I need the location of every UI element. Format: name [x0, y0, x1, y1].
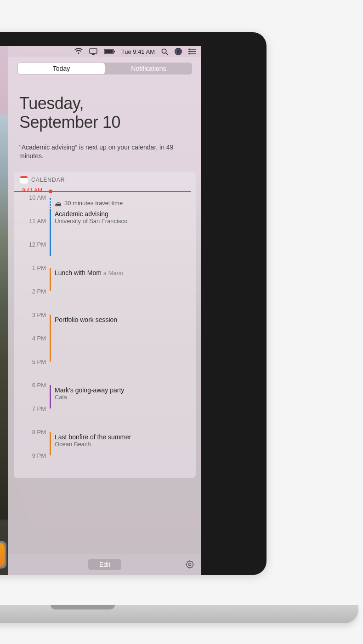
- hour-row: 5 PM: [50, 362, 196, 385]
- hour-label: 3 PM: [23, 311, 46, 318]
- hour-row: 7 PM: [50, 408, 196, 432]
- today-date: Tuesday, September 10: [8, 80, 201, 137]
- hour-label: 11 AM: [23, 218, 46, 224]
- dock-app-pages[interactable]: [0, 543, 5, 567]
- edit-button[interactable]: Edit: [88, 559, 121, 570]
- spotlight-icon[interactable]: [161, 48, 168, 55]
- calendar-icon: [20, 176, 28, 184]
- calendar-event[interactable]: Portfolio work session: [50, 315, 191, 362]
- date-line-2: September 10: [19, 113, 190, 132]
- hour-label: 6 PM: [23, 382, 46, 389]
- svg-point-12: [189, 49, 190, 50]
- calendar-timeline[interactable]: 9:41 AM 30 minutes travel time 10 AM11 A…: [14, 188, 196, 478]
- event-title: Portfolio work session: [55, 316, 187, 323]
- laptop-base: [0, 605, 358, 623]
- hour-label: 4 PM: [23, 335, 46, 342]
- airplay-icon[interactable]: [89, 48, 97, 55]
- calendar-event[interactable]: Lunch with Mom a Mano: [50, 268, 191, 291]
- event-title: Lunch with Mom a Mano: [55, 269, 187, 276]
- battery-icon[interactable]: [104, 49, 115, 54]
- calendar-event[interactable]: Academic advisingUniversity of San Franc…: [50, 209, 191, 256]
- hour-label: 5 PM: [23, 358, 46, 365]
- notification-center-icon[interactable]: [188, 48, 196, 55]
- svg-point-4: [162, 49, 166, 53]
- calendar-event[interactable]: Last bonfire of the summerOcean Beach: [50, 432, 191, 455]
- hour-label: 12 PM: [23, 241, 46, 248]
- menubar-clock[interactable]: Tue 9:41 AM: [121, 48, 155, 55]
- event-subtitle: Cala: [55, 394, 187, 401]
- wifi-icon[interactable]: [74, 48, 83, 55]
- hour-label: 10 AM: [23, 194, 46, 201]
- tab-today[interactable]: Today: [18, 63, 105, 74]
- calendar-widget-title: CALENDAR: [31, 177, 65, 183]
- hour-label: 8 PM: [23, 429, 46, 436]
- notification-center-panel: Today Notifications Tuesday, September 1…: [8, 57, 201, 575]
- event-title: Mark's going-away party: [55, 386, 187, 394]
- date-line-1: Tuesday,: [19, 94, 190, 113]
- calendar-event[interactable]: Mark's going-away partyCala: [50, 385, 191, 408]
- svg-line-5: [166, 52, 168, 54]
- hour-label: 2 PM: [23, 288, 46, 295]
- event-subtitle: University of San Francisco: [55, 218, 187, 224]
- gear-icon[interactable]: [186, 560, 194, 569]
- hour-label: 9 PM: [23, 452, 46, 459]
- siri-icon[interactable]: [175, 48, 182, 55]
- calendar-widget: CALENDAR 9:41 AM 30 minutes travel time …: [14, 172, 196, 478]
- svg-point-16: [188, 563, 191, 565]
- svg-rect-0: [90, 49, 97, 53]
- dock: [0, 541, 6, 569]
- hour-row: 2 PM: [50, 291, 196, 315]
- svg-rect-2: [105, 50, 113, 53]
- nc-footer: Edit: [8, 554, 201, 575]
- event-subtitle: Ocean Beach: [55, 441, 187, 448]
- menu-bar: Tue 9:41 AM: [8, 46, 201, 57]
- event-title: Last bonfire of the summer: [55, 433, 187, 441]
- today-summary: “Academic advising” is next up on your c…: [8, 137, 201, 172]
- calendar-widget-header: CALENDAR: [14, 172, 196, 188]
- svg-point-14: [189, 53, 190, 55]
- current-time-indicator: 9:41 AM: [14, 191, 191, 192]
- nc-tabs: Today Notifications: [17, 63, 192, 75]
- current-time-label: 9:41 AM: [22, 187, 42, 194]
- tab-notifications[interactable]: Notifications: [105, 63, 192, 75]
- hour-label: 7 PM: [23, 405, 46, 412]
- event-title: Academic advising: [55, 210, 187, 218]
- svg-point-13: [189, 51, 190, 52]
- svg-rect-3: [114, 51, 115, 52]
- hour-row: 9 PM: [50, 455, 196, 478]
- hour-label: 1 PM: [23, 264, 46, 271]
